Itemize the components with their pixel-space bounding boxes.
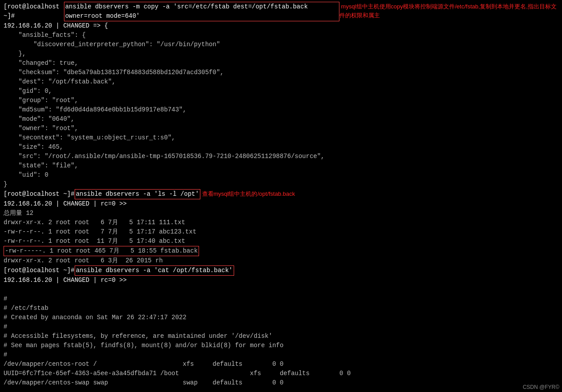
line-23: drwxr-xr-x. 2 root root 6 7月 5 17:11 111… <box>4 218 558 227</box>
line-29: 192.168.16.20 | CHANGED | rc=0 >> <box>4 276 558 285</box>
line-5: }, <box>4 49 558 59</box>
line-37: # <box>4 350 558 360</box>
line-7: "checksum": "dbe5a79ab138137f84883d588bd… <box>4 68 558 77</box>
line-27: drwxr-xr-x. 2 root root 6 3月 26 2015 rh <box>4 256 558 265</box>
line-30 <box>4 285 558 294</box>
line-22: 总用量 12 <box>4 209 558 218</box>
line-31: # <box>4 294 558 304</box>
line-2: 192.168.16.20 | CHANGED => { <box>4 21 558 31</box>
line-13: "owner": "root", <box>4 124 558 133</box>
line-11: "md5sum": "fd6d0d4da8964e0bb1b15d9917e8b… <box>4 105 558 115</box>
line-12: "mode": "0640", <box>4 115 558 124</box>
prompt-2: [root@localhost ~]# <box>4 190 75 199</box>
line-9: "gid": 0, <box>4 87 558 96</box>
line-8: "dest": "/opt/fstab.back", <box>4 77 558 87</box>
line-6: "changed": true, <box>4 59 558 68</box>
line-35: # Accessible filesystems, by reference, … <box>4 332 558 341</box>
cmd-3: ansible dbservers -a 'cat /opt/fstab.bac… <box>75 265 234 276</box>
line-20: [root@localhost ~]# ansible dbservers -a… <box>4 189 558 199</box>
fstab-back-line: -rw-r-----. 1 root root 465 7月 5 18:55 f… <box>4 246 199 256</box>
line-32: # /etc/fstab <box>4 304 558 313</box>
line-39: UUID=6fc7f1ce-65ef-4363-a5ee-a3a45dfbda7… <box>4 369 558 378</box>
line-3: "ansible_facts": { <box>4 31 558 40</box>
line-10: "group": "root", <box>4 96 558 105</box>
line-26: -rw-r-----. 1 root root 465 7月 5 18:55 f… <box>4 246 558 256</box>
line-21: 192.168.16.20 | CHANGED | rc=0 >> <box>4 199 558 209</box>
line-25: -rw-r--r--. 1 root root 11 7月 5 17:40 ab… <box>4 237 558 246</box>
line-28: [root@localhost ~]# ansible dbservers -a… <box>4 265 558 276</box>
line-19: } <box>4 180 558 189</box>
line-33: # Created by anaconda on Sat Mar 26 22:4… <box>4 313 558 322</box>
line-14: "secontext": "system_u:object_r:usr_t:s0… <box>4 133 558 143</box>
prompt-3: [root@localhost ~]# <box>4 266 75 275</box>
comment-1: mysql组中主机使用copy模块将控制端源文件/etc/fstab,复制到本地… <box>339 2 558 20</box>
line-15: "size": 465, <box>4 143 558 152</box>
cmd-2: ansible dbservers -a 'ls -l /opt' <box>75 189 200 199</box>
line-16: "src": "/root/.ansible/tmp/ansible-tmp-1… <box>4 152 558 161</box>
line-40: /dev/mapper/centos-swap swap swap defaul… <box>4 378 558 388</box>
line-36: # See man pages fstab(5), findfs(8), mou… <box>4 341 558 350</box>
line-1: [root@localhost ~]# ansible dbservers -m… <box>4 2 558 21</box>
line-17: "state": "file", <box>4 161 558 170</box>
cmd-1: ansible dbservers -m copy -a 'src=/etc/f… <box>64 2 339 21</box>
terminal-window: [root@localhost ~]# ansible dbservers -m… <box>0 0 562 392</box>
prompt-1: [root@localhost ~]# <box>4 2 64 21</box>
comment-2: 查看mysql组中主机的/opt/fstab.back <box>200 190 295 198</box>
line-24: -rw-r--r--. 1 root root 7 7月 5 17:17 abc… <box>4 227 558 237</box>
watermark: CSDN @FYR© <box>523 384 559 390</box>
line-18: "uid": 0 <box>4 170 558 180</box>
line-38: /dev/mapper/centos-root / xfs defaults 0… <box>4 360 558 369</box>
line-34: # <box>4 322 558 332</box>
line-4: "discovered_interpreter_python": "/usr/b… <box>4 40 558 49</box>
